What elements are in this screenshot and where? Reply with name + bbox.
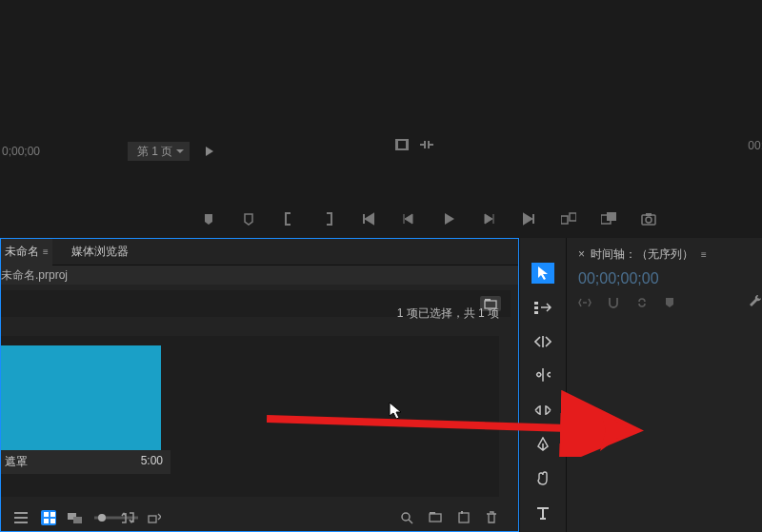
pen-tool[interactable] xyxy=(531,434,554,455)
type-tool[interactable] xyxy=(531,502,554,523)
out-bracket-icon[interactable] xyxy=(320,211,337,227)
svg-rect-2 xyxy=(561,216,568,224)
timeline-panel[interactable]: × 时间轴：（无序列） ≡ 00;00;00;00 xyxy=(567,238,762,532)
svg-rect-5 xyxy=(607,212,616,221)
project-panel[interactable]: 未命名 ≡ 媒体浏览器 未命名.prproj 1 项已选择，共 1 项 遮罩 5… xyxy=(0,238,519,532)
new-bin-icon[interactable] xyxy=(429,511,444,524)
svg-rect-24 xyxy=(459,513,469,522)
hand-tool[interactable] xyxy=(531,468,554,489)
tab-project[interactable]: 未命名 ≡ xyxy=(1,239,52,266)
step-fwd-icon[interactable] xyxy=(480,211,497,227)
svg-rect-16 xyxy=(73,517,82,523)
clip-name: 遮罩 xyxy=(5,454,28,470)
go-to-in-icon[interactable] xyxy=(360,211,377,227)
svg-point-18 xyxy=(98,514,106,522)
mark-out-icon[interactable] xyxy=(240,211,257,227)
zoom-slider[interactable] xyxy=(94,513,110,522)
svg-rect-23 xyxy=(430,512,435,514)
timeline-menu-icon[interactable]: ≡ xyxy=(701,249,707,260)
clip-thumbnail[interactable] xyxy=(1,345,161,450)
svg-rect-13 xyxy=(44,519,49,523)
list-view-icon[interactable] xyxy=(14,512,30,523)
settings-icon[interactable] xyxy=(749,295,762,310)
project-bottom-toolbar xyxy=(1,504,518,531)
svg-point-20 xyxy=(402,513,410,521)
mark-in-icon[interactable] xyxy=(200,211,217,227)
aspect-icon[interactable] xyxy=(395,139,409,150)
sort-icon[interactable] xyxy=(121,512,136,523)
svg-rect-26 xyxy=(534,302,538,305)
trash-icon[interactable] xyxy=(486,511,501,524)
timeline-timecode[interactable]: 00;00;00;00 xyxy=(578,270,762,287)
svg-rect-8 xyxy=(646,213,652,216)
svg-rect-1 xyxy=(398,141,406,148)
tab-menu-icon[interactable]: ≡ xyxy=(43,246,49,257)
nest-icon[interactable] xyxy=(578,297,592,308)
track-select-tool[interactable] xyxy=(531,297,554,318)
snap-toggle-icon[interactable] xyxy=(607,296,620,309)
svg-rect-12 xyxy=(50,512,55,517)
svg-point-7 xyxy=(646,217,652,223)
clip-duration: 5:00 xyxy=(141,454,163,470)
clip-item[interactable]: 遮罩 5:00 xyxy=(10,345,170,474)
panel-tabs: 未命名 ≡ 媒体浏览器 xyxy=(1,239,518,266)
tab-project-label: 未命名 xyxy=(5,244,39,260)
find-icon[interactable] xyxy=(400,511,415,524)
source-timecode-right: 00; xyxy=(748,139,762,152)
source-timecode-left: 0;00;00 xyxy=(2,145,59,158)
selection-count: 1 项已选择，共 1 项 xyxy=(397,305,499,322)
ripple-edit-tool[interactable] xyxy=(531,331,554,352)
svg-rect-3 xyxy=(570,213,576,221)
svg-rect-25 xyxy=(461,511,463,514)
project-filename: 未命名.prproj xyxy=(1,266,518,285)
svg-rect-28 xyxy=(534,311,538,314)
icon-view-icon[interactable] xyxy=(41,510,56,525)
razor-tool[interactable] xyxy=(531,365,554,386)
step-back-icon[interactable] xyxy=(400,211,417,227)
snap-icon[interactable] xyxy=(420,140,433,149)
svg-rect-10 xyxy=(485,299,491,301)
in-bracket-icon[interactable] xyxy=(280,211,297,227)
page-next-icon[interactable] xyxy=(205,147,214,156)
svg-line-21 xyxy=(409,520,412,523)
go-to-out-icon[interactable] xyxy=(520,211,537,227)
linked-selection-icon[interactable] xyxy=(635,296,649,309)
slip-tool[interactable] xyxy=(531,400,554,421)
marker-icon[interactable] xyxy=(664,297,675,308)
selection-tool[interactable] xyxy=(531,263,554,284)
timeline-title: 时间轴：（无序列） xyxy=(591,246,693,263)
svg-rect-22 xyxy=(430,514,441,522)
overwrite-icon[interactable] xyxy=(600,211,617,227)
svg-rect-14 xyxy=(50,519,55,523)
svg-rect-11 xyxy=(44,512,49,517)
svg-rect-19 xyxy=(149,516,156,522)
tools-toolbar xyxy=(519,238,567,532)
new-item-icon[interactable] xyxy=(457,511,472,524)
freeform-view-icon[interactable] xyxy=(68,512,83,523)
play-icon[interactable] xyxy=(440,211,457,227)
close-tab-icon[interactable]: × xyxy=(578,247,585,261)
export-frame-icon[interactable] xyxy=(640,211,657,227)
page-dropdown[interactable]: 第 1 页 xyxy=(128,142,190,161)
insert-icon[interactable] xyxy=(560,211,577,227)
project-bin-area[interactable]: 遮罩 5:00 xyxy=(1,336,499,497)
tab-media-browser[interactable]: 媒体浏览器 xyxy=(68,239,132,266)
svg-rect-27 xyxy=(534,306,538,309)
automate-icon[interactable] xyxy=(148,512,163,523)
